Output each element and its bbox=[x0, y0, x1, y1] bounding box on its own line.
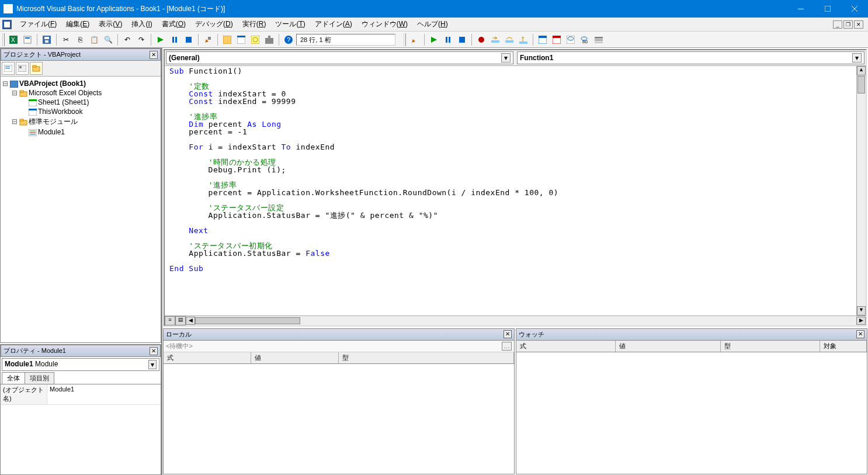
insert-module-button[interactable] bbox=[21, 33, 34, 46]
properties-grid[interactable]: (オブジェクト名) Module1 bbox=[1, 384, 161, 474]
object-browser-button[interactable] bbox=[249, 33, 262, 46]
immediate-window-button[interactable] bbox=[550, 33, 563, 46]
tab-categorized[interactable]: 項目別 bbox=[25, 372, 54, 384]
project-explorer-title: プロジェクト - VBAProject bbox=[4, 50, 81, 59]
watch-pane: ウォッチ✕ 式 値 型 対象 bbox=[516, 328, 867, 474]
locals-context-button[interactable]: … bbox=[502, 342, 512, 351]
scroll-thumb[interactable] bbox=[857, 76, 865, 93]
locals-status: <待機中>… bbox=[164, 341, 514, 352]
menu-デバッグ[interactable]: デバッグ(D) bbox=[190, 18, 238, 30]
project-root[interactable]: VBAProject (Book1) bbox=[19, 79, 86, 88]
project-explorer-button[interactable] bbox=[221, 33, 234, 46]
find-button[interactable]: 🔍 bbox=[102, 33, 114, 46]
toolbar-handle[interactable] bbox=[2, 33, 5, 46]
watch-col-value[interactable]: 値 bbox=[616, 341, 721, 352]
toggle-breakpoint-button[interactable] bbox=[475, 33, 488, 46]
design-mode-button[interactable] bbox=[202, 33, 214, 46]
project-explorer-close-button[interactable]: ✕ bbox=[150, 51, 158, 59]
help-button[interactable]: ? bbox=[282, 33, 295, 46]
hscroll-thumb[interactable] bbox=[195, 317, 300, 324]
full-module-view-button[interactable]: ▤ bbox=[175, 316, 186, 325]
reset-button[interactable] bbox=[182, 33, 195, 46]
undo-button[interactable]: ↶ bbox=[121, 33, 134, 46]
quick-watch-button[interactable]: 60 bbox=[578, 33, 591, 46]
maximize-button[interactable] bbox=[814, 0, 841, 18]
menu-挿入[interactable]: 挿入(I) bbox=[127, 18, 157, 30]
tab-alphabetic[interactable]: 全体 bbox=[2, 372, 25, 384]
tree-folder-objects[interactable]: Microsoft Excel Objects bbox=[29, 89, 102, 97]
svg-text:?: ? bbox=[287, 36, 290, 43]
vertical-scrollbar[interactable]: ▲ ▼ bbox=[856, 66, 866, 315]
mdi-minimize-button[interactable]: _ bbox=[833, 20, 842, 29]
run-2-button[interactable] bbox=[428, 33, 440, 46]
svg-rect-35 bbox=[505, 40, 513, 43]
mdi-close-button[interactable]: ✕ bbox=[854, 20, 863, 29]
toolbox-button[interactable] bbox=[263, 33, 276, 46]
horizontal-scrollbar[interactable]: ◀ ▶ bbox=[186, 316, 866, 325]
step-into-button[interactable] bbox=[489, 33, 502, 46]
locals-window-button[interactable] bbox=[536, 33, 549, 46]
watch-window-button[interactable] bbox=[564, 33, 577, 46]
code-editor[interactable]: Sub Function1() '定数 Const indexStart = 0… bbox=[165, 66, 866, 315]
break-button[interactable] bbox=[168, 33, 181, 46]
edit-toggle-button[interactable] bbox=[408, 33, 421, 46]
watch-col-type[interactable]: 型 bbox=[721, 341, 820, 352]
svg-rect-0 bbox=[798, 9, 804, 9]
call-stack-button[interactable] bbox=[592, 33, 605, 46]
view-excel-button[interactable]: X bbox=[7, 33, 20, 46]
tree-folder-modules[interactable]: 標準モジュール bbox=[29, 117, 78, 126]
watch-col-expr[interactable]: 式 bbox=[516, 341, 616, 352]
break-2-button[interactable] bbox=[442, 33, 454, 46]
toolbar-handle-2[interactable] bbox=[404, 33, 406, 46]
watch-col-target[interactable]: 対象 bbox=[820, 341, 867, 352]
minimize-button[interactable] bbox=[787, 0, 814, 18]
locals-col-type[interactable]: 型 bbox=[339, 352, 514, 363]
properties-close-button[interactable]: ✕ bbox=[150, 347, 158, 355]
menu-ファイル[interactable]: ファイル(F) bbox=[15, 18, 61, 30]
properties-tabs: 全体 項目別 bbox=[1, 372, 161, 384]
view-code-button[interactable] bbox=[2, 62, 15, 75]
cut-button[interactable]: ✂ bbox=[60, 33, 72, 46]
procedure-view-button[interactable]: ≡ bbox=[165, 316, 175, 325]
view-object-button[interactable] bbox=[16, 62, 29, 75]
toggle-folders-button[interactable] bbox=[30, 62, 43, 75]
project-tree[interactable]: ⊟VBAProject (Book1) ⊟Microsoft Excel Obj… bbox=[1, 77, 161, 342]
object-combo[interactable]: (General)▾ bbox=[166, 51, 513, 64]
menu-編集[interactable]: 編集(E) bbox=[61, 18, 94, 30]
tree-thisworkbook[interactable]: ThisWorkbook bbox=[38, 108, 82, 116]
tree-module1[interactable]: Module1 bbox=[38, 128, 65, 136]
scroll-left-button[interactable]: ◀ bbox=[186, 317, 195, 325]
locals-body[interactable] bbox=[164, 364, 514, 474]
copy-button[interactable]: ⎘ bbox=[74, 33, 86, 46]
procedure-combo[interactable]: Function1▾ bbox=[517, 51, 864, 64]
menu-書式[interactable]: 書式(O) bbox=[157, 18, 190, 30]
locals-col-value[interactable]: 値 bbox=[251, 352, 339, 363]
locals-close-button[interactable]: ✕ bbox=[504, 330, 512, 338]
menu-ヘルプ[interactable]: ヘルプ(H) bbox=[412, 18, 453, 30]
step-over-button[interactable] bbox=[503, 33, 516, 46]
save-button[interactable] bbox=[40, 33, 53, 46]
redo-button[interactable]: ↷ bbox=[135, 33, 148, 46]
reset-2-button[interactable] bbox=[456, 33, 468, 46]
menu-実行[interactable]: 実行(R) bbox=[238, 18, 271, 30]
scroll-down-button[interactable]: ▼ bbox=[857, 306, 866, 315]
locals-col-expr[interactable]: 式 bbox=[164, 352, 251, 363]
svg-rect-52 bbox=[19, 66, 22, 68]
menu-ウィンドウ[interactable]: ウィンドウ(W) bbox=[357, 18, 412, 30]
tree-sheet1[interactable]: Sheet1 (Sheet1) bbox=[38, 98, 89, 106]
menu-ツール[interactable]: ツール(T) bbox=[270, 18, 310, 30]
run-button[interactable] bbox=[154, 33, 167, 46]
properties-window-button[interactable] bbox=[235, 33, 248, 46]
scroll-right-button[interactable]: ▶ bbox=[856, 317, 866, 325]
watch-body[interactable] bbox=[516, 352, 867, 474]
prop-name-value[interactable]: Module1 bbox=[47, 384, 161, 404]
properties-object-select[interactable]: Module1 Module ▾ bbox=[2, 358, 159, 371]
close-button[interactable] bbox=[841, 0, 868, 18]
mdi-restore-button[interactable]: ❐ bbox=[843, 20, 853, 29]
menu-表示[interactable]: 表示(V) bbox=[94, 18, 127, 30]
paste-button[interactable]: 📋 bbox=[88, 33, 100, 46]
menu-アドイン[interactable]: アドイン(A) bbox=[310, 18, 357, 30]
scroll-up-button[interactable]: ▲ bbox=[857, 66, 866, 75]
step-out-button[interactable] bbox=[517, 33, 530, 46]
watch-close-button[interactable]: ✕ bbox=[856, 330, 864, 338]
